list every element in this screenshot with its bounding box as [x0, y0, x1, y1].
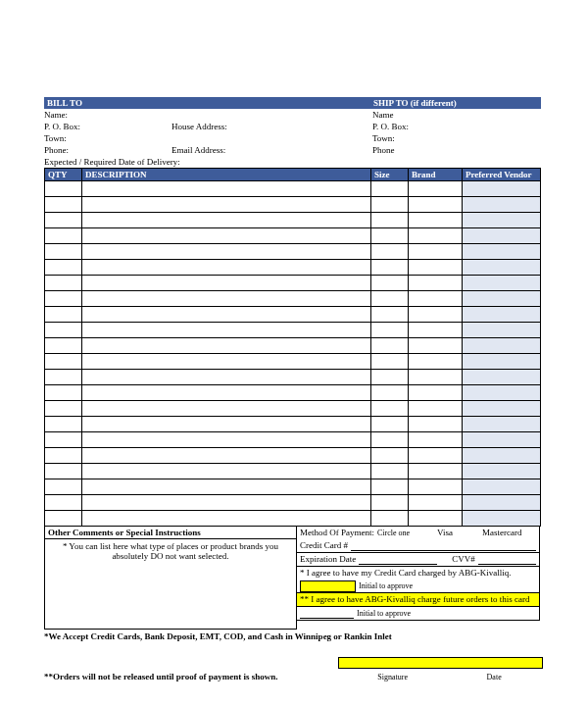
billto-house: House Address:: [172, 121, 372, 132]
comments-box[interactable]: * You can list here what type of places …: [44, 538, 297, 630]
table-row[interactable]: [45, 417, 541, 432]
delivery-label: Expected / Required Date of Delivery:: [44, 156, 541, 168]
table-row[interactable]: [45, 464, 541, 479]
shipto-header: SHIP TO (if different): [370, 97, 541, 109]
accept-note: *We Accept Credit Cards, Bank Deposit, E…: [44, 631, 541, 641]
agree1: * I agree to have my Credit Card charged…: [300, 567, 512, 580]
initial2-field[interactable]: [300, 608, 354, 619]
table-row[interactable]: [45, 291, 541, 307]
table-header-row: QTY DESCRIPTION Size Brand Preferred Ven…: [45, 169, 541, 181]
payment-visa[interactable]: Visa: [437, 527, 453, 539]
table-row[interactable]: [45, 181, 541, 197]
cc-label: Credit Card #: [300, 539, 348, 552]
exp-field[interactable]: [359, 554, 437, 565]
col-desc: DESCRIPTION: [82, 169, 371, 181]
payment-circle: Circle one: [377, 527, 410, 539]
col-brand: Brand: [409, 169, 463, 181]
table-row[interactable]: [45, 228, 541, 244]
shipto-town: Town:: [372, 132, 541, 144]
items-table: QTY DESCRIPTION Size Brand Preferred Ven…: [44, 168, 541, 527]
table-row[interactable]: [45, 323, 541, 338]
release-note: **Orders will not be released until proo…: [44, 672, 338, 681]
table-row[interactable]: [45, 495, 541, 511]
agree2: ** I agree to have ABG-Kivalliq charge f…: [300, 593, 530, 606]
table-row[interactable]: [45, 479, 541, 495]
comments-title: Other Comments or Special Instructions: [44, 526, 297, 538]
table-row[interactable]: [45, 401, 541, 417]
table-row[interactable]: [45, 511, 541, 527]
billto-town: Town:: [44, 132, 372, 144]
table-row[interactable]: [45, 338, 541, 354]
table-row[interactable]: [45, 197, 541, 213]
signature-field[interactable]: [338, 657, 543, 669]
table-row[interactable]: [45, 370, 541, 385]
billto-email: Email Address:: [172, 144, 372, 156]
table-row[interactable]: [45, 307, 541, 323]
initial2-label: Initial to approve: [357, 607, 411, 620]
table-row[interactable]: [45, 385, 541, 401]
signature-label: Signature: [377, 673, 408, 681]
table-row[interactable]: [45, 448, 541, 464]
initial1-field[interactable]: [300, 580, 356, 592]
table-row[interactable]: [45, 244, 541, 260]
table-row[interactable]: [45, 260, 541, 276]
cc-field[interactable]: [351, 540, 536, 551]
table-row[interactable]: [45, 213, 541, 228]
billto-po: P. O. Box:: [44, 121, 172, 132]
billto-name: Name:: [44, 109, 372, 121]
cvv-label: CVV#: [452, 553, 475, 566]
exp-label: Expiration Date: [300, 553, 356, 566]
address-headers: BILL TO SHIP TO (if different): [44, 97, 541, 109]
initial1-label: Initial to approve: [359, 580, 413, 592]
shipto-phone: Phone: [372, 144, 541, 156]
shipto-po: P. O. Box:: [372, 121, 541, 132]
shipto-name: Name: [372, 109, 541, 121]
col-vendor: Preferred Vendor: [463, 169, 541, 181]
table-row[interactable]: [45, 276, 541, 291]
cvv-field[interactable]: [478, 554, 536, 565]
payment-mastercard[interactable]: Mastercard: [482, 527, 521, 539]
table-row[interactable]: [45, 354, 541, 370]
col-qty: QTY: [45, 169, 82, 181]
payment-method-label: Method Of Payment:: [300, 527, 374, 539]
col-size: Size: [371, 169, 409, 181]
date-label: Date: [487, 673, 502, 681]
comments-text: * You can list here what type of places …: [63, 541, 278, 561]
billto-header: BILL TO: [44, 97, 370, 109]
billto-phone: Phone:: [44, 144, 172, 156]
table-row[interactable]: [45, 432, 541, 448]
